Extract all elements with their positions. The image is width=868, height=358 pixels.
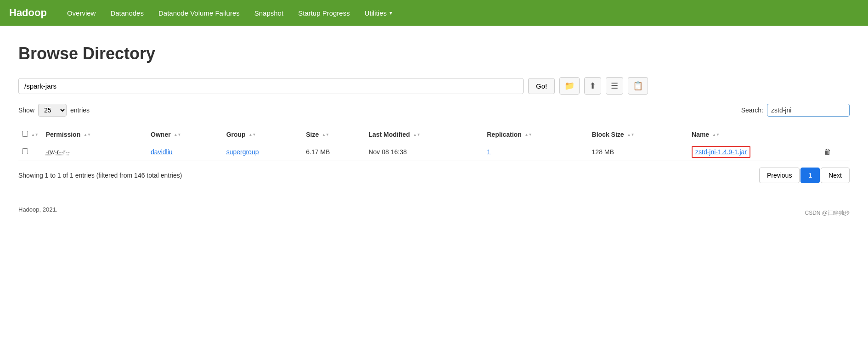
list-icon-button[interactable]: ☰ bbox=[606, 77, 623, 95]
controls-wrapper: Show 10 25 50 100 entries Search: bbox=[18, 104, 850, 123]
nav-item-datanode-volume-failures[interactable]: Datanode Volume Failures bbox=[152, 6, 246, 21]
delete-button[interactable]: 🗑 bbox=[824, 148, 831, 156]
directory-table: ▲▼ Permission ▲▼ Owner ▲▼ Group ▲▼ Size … bbox=[18, 126, 850, 161]
footer-watermark: CSDN @江畔独步 bbox=[18, 209, 850, 217]
bottom-row: Showing 1 to 1 of 1 entries (filtered fr… bbox=[18, 168, 850, 183]
th-actions bbox=[820, 126, 850, 143]
sort-icon-permission[interactable]: ▲▼ bbox=[84, 133, 91, 137]
showing-text: Showing 1 to 1 of 1 entries (filtered fr… bbox=[18, 172, 182, 179]
th-permission: Permission ▲▼ bbox=[42, 126, 147, 143]
row-size: 6.17 MB bbox=[302, 143, 365, 161]
upload-icon: ⬆ bbox=[589, 81, 596, 90]
search-row: Search: bbox=[741, 104, 850, 117]
search-input[interactable] bbox=[767, 104, 850, 117]
search-label: Search: bbox=[741, 106, 763, 114]
th-replication: Replication ▲▼ bbox=[483, 126, 588, 143]
sort-icon-size[interactable]: ▲▼ bbox=[322, 133, 329, 137]
nav-item-datanodes[interactable]: Datanodes bbox=[104, 6, 150, 21]
row-replication: 1 bbox=[483, 143, 588, 161]
footer-text: Hadoop, 2021. bbox=[18, 206, 57, 213]
row-last-modified: Nov 08 16:38 bbox=[365, 143, 483, 161]
row-checkbox-cell bbox=[18, 143, 42, 161]
th-block-size: Block Size ▲▼ bbox=[588, 126, 688, 143]
pagination: Previous 1 Next bbox=[759, 168, 850, 183]
th-owner: Owner ▲▼ bbox=[147, 126, 223, 143]
row-group: supergroup bbox=[223, 143, 303, 161]
show-row: Show 10 25 50 100 entries bbox=[18, 104, 90, 117]
folder-icon-button[interactable]: 📁 bbox=[559, 77, 580, 95]
sort-icon-name[interactable]: ▲▼ bbox=[712, 133, 720, 137]
navbar-brand[interactable]: Hadoop bbox=[9, 7, 47, 19]
nav-item-utilities[interactable]: Utilities ▼ bbox=[358, 6, 400, 21]
row-checkbox[interactable] bbox=[22, 148, 28, 154]
path-input[interactable] bbox=[18, 78, 524, 94]
clipboard-icon-button[interactable]: 📋 bbox=[628, 77, 648, 95]
th-size: Size ▲▼ bbox=[302, 126, 365, 143]
row-block-size: 128 MB bbox=[588, 143, 688, 161]
navbar-nav: Overview Datanodes Datanode Volume Failu… bbox=[61, 6, 400, 21]
table-body: -rw-r--r-- davidliu supergroup 6.17 MB N… bbox=[18, 143, 850, 161]
show-label-before: Show bbox=[18, 106, 34, 114]
utilities-label: Utilities bbox=[365, 9, 387, 17]
nav-item-snapshot[interactable]: Snapshot bbox=[248, 6, 290, 21]
page-title: Browse Directory bbox=[18, 44, 850, 63]
row-group-link[interactable]: supergroup bbox=[226, 148, 259, 156]
row-owner-link[interactable]: davidliu bbox=[151, 148, 172, 156]
row-owner: davidliu bbox=[147, 143, 223, 161]
folder-icon: 📁 bbox=[564, 81, 575, 90]
show-label-after: entries bbox=[70, 106, 90, 114]
row-replication-link[interactable]: 1 bbox=[487, 148, 490, 156]
nav-item-startup-progress[interactable]: Startup Progress bbox=[292, 6, 356, 21]
th-last-modified: Last Modified ▲▼ bbox=[365, 126, 483, 143]
th-name: Name ▲▼ bbox=[688, 126, 820, 143]
next-button[interactable]: Next bbox=[821, 168, 850, 183]
row-name: zstd-jni-1.4.9-1.jar bbox=[688, 143, 820, 161]
show-select[interactable]: 10 25 50 100 bbox=[38, 104, 67, 117]
sort-icon-replication[interactable]: ▲▼ bbox=[525, 133, 532, 137]
sort-icon-check[interactable]: ▲▼ bbox=[31, 133, 39, 137]
list-icon: ☰ bbox=[611, 81, 618, 90]
utilities-caret-icon: ▼ bbox=[389, 11, 393, 16]
page-1-button[interactable]: 1 bbox=[800, 168, 820, 183]
sort-icon-group[interactable]: ▲▼ bbox=[249, 133, 256, 137]
row-delete-cell: 🗑 bbox=[820, 143, 850, 161]
sort-icon-block-size[interactable]: ▲▼ bbox=[627, 133, 634, 137]
row-name-link[interactable]: zstd-jni-1.4.9-1.jar bbox=[692, 146, 750, 158]
sort-icon-last-modified[interactable]: ▲▼ bbox=[413, 133, 421, 137]
path-row: Go! 📁 ⬆ ☰ 📋 bbox=[18, 77, 850, 95]
main-content: Browse Directory Go! 📁 ⬆ ☰ 📋 Show 10 25 … bbox=[0, 26, 868, 226]
table-row: -rw-r--r-- davidliu supergroup 6.17 MB N… bbox=[18, 143, 850, 161]
upload-icon-button[interactable]: ⬆ bbox=[584, 77, 601, 95]
th-checkbox: ▲▼ bbox=[18, 126, 42, 143]
previous-button[interactable]: Previous bbox=[759, 168, 800, 183]
go-button[interactable]: Go! bbox=[528, 78, 555, 94]
select-all-checkbox[interactable] bbox=[22, 131, 28, 137]
table-header-row: ▲▼ Permission ▲▼ Owner ▲▼ Group ▲▼ Size … bbox=[18, 126, 850, 143]
row-permission: -rw-r--r-- bbox=[42, 143, 147, 161]
sort-icon-owner[interactable]: ▲▼ bbox=[174, 133, 181, 137]
navbar: Hadoop Overview Datanodes Datanode Volum… bbox=[0, 0, 868, 26]
nav-item-overview[interactable]: Overview bbox=[61, 6, 102, 21]
clipboard-icon: 📋 bbox=[633, 81, 643, 90]
th-group: Group ▲▼ bbox=[223, 126, 303, 143]
